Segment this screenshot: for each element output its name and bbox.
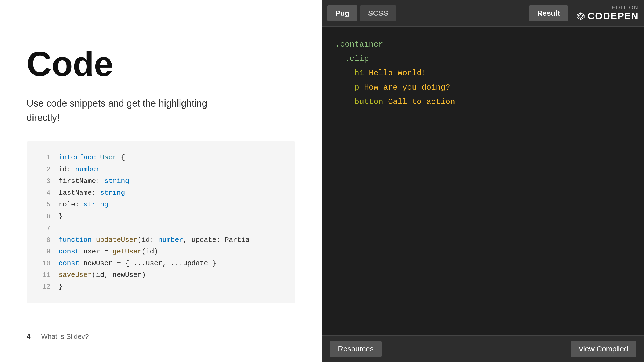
codepen-header: Pug SCSS Result EDIT ON CODEPEN [322, 0, 644, 27]
view-compiled-button[interactable]: View Compiled [571, 341, 636, 357]
code-line: 11 saveUser(id, newUser) [35, 269, 287, 281]
code-text: } [59, 281, 63, 293]
line-number: 3 [35, 175, 51, 187]
line-number: 10 [35, 257, 51, 269]
codepen-brand: CODEPEN [576, 11, 639, 22]
slide-panel: Code Use code snippets and get the highl… [0, 0, 322, 362]
line-number: 9 [35, 246, 51, 257]
line-number: 7 [35, 222, 51, 234]
code-text: } [59, 210, 63, 222]
slide-description: Use code snippets and get the highlighti… [27, 96, 213, 125]
codepen-icon [576, 11, 585, 21]
code-text: id: number [59, 164, 100, 175]
pug-line: .clip [335, 52, 631, 66]
code-line: 9 const user = getUser(id) [35, 246, 287, 257]
code-text: const user = getUser(id) [59, 246, 158, 257]
slide-content: Code Use code snippets and get the highl… [27, 21, 295, 327]
codepen-panel: Pug SCSS Result EDIT ON CODEPEN [322, 0, 644, 362]
line-number: 6 [35, 210, 51, 222]
code-text: const newUser = { ...user, ...update } [59, 257, 216, 269]
slide-title: Code [27, 45, 295, 83]
code-line: 3 firstName: string [35, 175, 287, 187]
code-snippet: 1interface User {2 id: number3 firstName… [27, 141, 295, 303]
line-number: 1 [35, 152, 51, 163]
svg-marker-1 [579, 15, 583, 18]
code-text: lastName: string [59, 187, 125, 199]
line-number: 12 [35, 281, 51, 293]
pug-line: button Call to action [335, 95, 631, 109]
code-text: role: string [59, 199, 108, 210]
code-line: 5 role: string [35, 199, 287, 210]
slide-footer-title: What is Slidev? [41, 332, 89, 341]
code-text: function updateUser(id: number, update: … [59, 234, 250, 246]
code-line: 1interface User { [35, 152, 287, 163]
line-number: 2 [35, 164, 51, 175]
tab-scss[interactable]: SCSS [360, 5, 396, 21]
tab-pug[interactable]: Pug [327, 5, 357, 21]
codepen-logo: EDIT ON CODEPEN [576, 5, 639, 22]
code-line: 8function updateUser(id: number, update:… [35, 234, 287, 246]
code-line: 12} [35, 281, 287, 293]
code-line: 4 lastName: string [35, 187, 287, 199]
edit-on-text: EDIT ON [612, 5, 639, 11]
slide-footer: 4 What is Slidev? [27, 327, 295, 341]
code-text: saveUser(id, newUser) [59, 269, 146, 281]
code-line: 7 [35, 222, 287, 234]
page-number: 4 [27, 332, 30, 341]
codepen-name: CODEPEN [588, 11, 639, 22]
line-number: 5 [35, 199, 51, 210]
code-line: 6} [35, 210, 287, 222]
line-number: 11 [35, 269, 51, 281]
pug-line: .container [335, 37, 631, 52]
code-text: firstName: string [59, 175, 129, 187]
code-line: 2 id: number [35, 164, 287, 175]
pug-line: h1 Hello World! [335, 66, 631, 80]
line-number: 8 [35, 234, 51, 246]
code-text: interface User { [59, 152, 125, 163]
code-line: 10 const newUser = { ...user, ...update … [35, 257, 287, 269]
pug-line: p How are you doing? [335, 80, 631, 95]
resources-button[interactable]: Resources [330, 341, 382, 357]
tab-result[interactable]: Result [529, 5, 568, 21]
line-number: 4 [35, 187, 51, 199]
codepen-footer: Resources View Compiled [322, 335, 644, 362]
codepen-editor: .container .clip h1 Hello World! p How a… [322, 27, 644, 335]
